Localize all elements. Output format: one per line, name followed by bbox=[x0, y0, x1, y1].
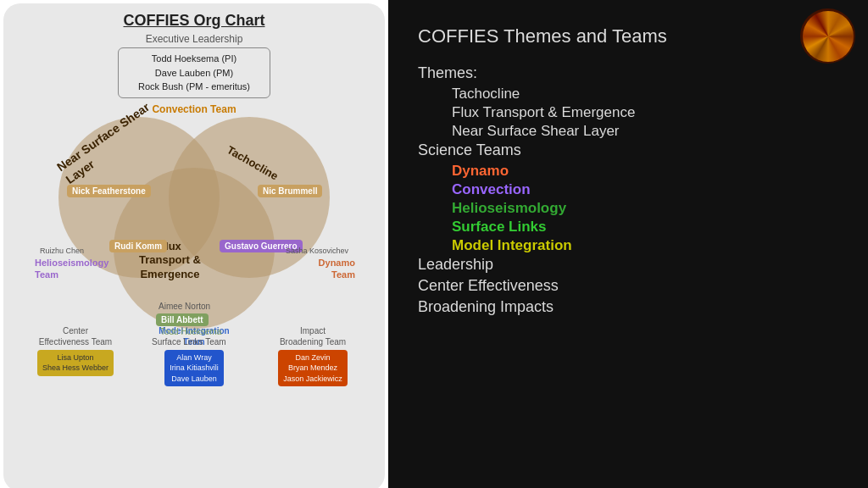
themes-panel: COFFIES Themes and Teams Themes: Tachocl… bbox=[388, 0, 868, 488]
team-convection: Convection bbox=[418, 181, 838, 198]
right-panel-title: COFFIES Themes and Teams bbox=[418, 25, 838, 47]
bill-box: Bill Abbett bbox=[156, 313, 209, 326]
team-dynamo: Dynamo bbox=[418, 163, 838, 180]
exec-box: Todd Hoeksema (PI)Dave Lauben (PM)Rock B… bbox=[118, 47, 270, 98]
surface-links-team-label: Surface Links Team bbox=[152, 337, 226, 347]
impact-team-label: ImpactBroadening Team bbox=[280, 325, 346, 347]
aimee-label: Aimee Norton bbox=[159, 302, 210, 311]
nic-box: Nic Brummell bbox=[258, 185, 322, 197]
science-teams-label: Science Teams bbox=[418, 141, 838, 159]
theme-flux: Flux Transport & Emergence bbox=[418, 104, 838, 121]
leadership-label: Leadership bbox=[418, 256, 838, 274]
center-team-label: CenterEffectiveness Team bbox=[39, 325, 112, 347]
center-team-members: Lisa UptonShea Hess Webber bbox=[37, 350, 114, 376]
exec-names: Todd Hoeksema (PI)Dave Lauben (PM)Rock B… bbox=[138, 53, 250, 92]
center-effectiveness-team: CenterEffectiveness Team Lisa UptonShea … bbox=[16, 325, 135, 376]
nick-box: Nick Featherstone bbox=[67, 185, 151, 197]
ruizhu-label: Ruizhu Chen bbox=[40, 247, 84, 255]
model-team-members: Alan WrayIrina KitiashviliDave Lauben bbox=[164, 350, 224, 387]
team-surface: Surface Links bbox=[418, 219, 838, 236]
helio-team-label: HelioseismologyTeam bbox=[35, 257, 108, 281]
theme-tachocline: Tachocline bbox=[418, 86, 838, 103]
org-chart-title: COFFIES Org Chart bbox=[12, 12, 376, 30]
org-chart-panel: COFFIES Org Chart Executive Leadership T… bbox=[3, 3, 385, 488]
impact-team-members: Dan ZevinBryan MendezJason Jackiewicz bbox=[278, 350, 348, 387]
rudi-box: Rudi Komm bbox=[109, 240, 167, 252]
spiral-inner bbox=[803, 11, 854, 62]
center-effectiveness-label: Center Effectiveness bbox=[418, 277, 838, 295]
broadening-impacts-label: Broadening Impacts bbox=[418, 298, 838, 316]
team-model: Model Integration bbox=[418, 237, 838, 254]
convection-team-label: Convection Team bbox=[12, 103, 376, 115]
theme-nssl: Near Surface Shear Layer bbox=[418, 123, 838, 140]
venn-diagram: Near Surface ShearLayer Tachocline FluxT… bbox=[33, 117, 355, 320]
themes-label: Themes: bbox=[418, 64, 838, 82]
sasha-label: Sasha Kosovichev bbox=[286, 247, 348, 255]
exec-leadership-label: Executive Leadership bbox=[12, 33, 376, 45]
dynamo-team-label: DynamoTeam bbox=[319, 257, 355, 281]
team-helio: Helioseismology bbox=[418, 200, 838, 217]
todd-label: Todd Hoeksema bbox=[160, 327, 221, 336]
impact-broadening-team: ImpactBroadening Team Dan ZevinBryan Men… bbox=[253, 325, 372, 387]
spiral-logo bbox=[800, 8, 855, 64]
